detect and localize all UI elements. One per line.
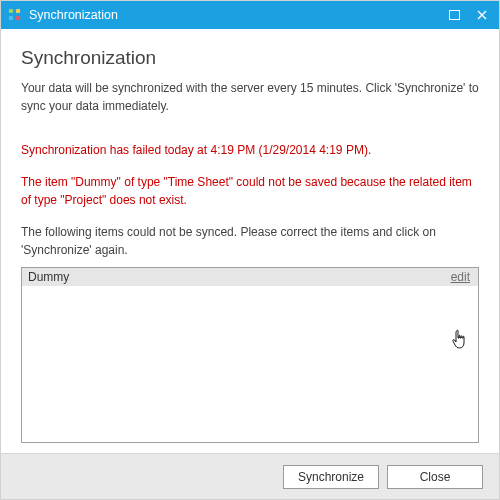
svg-rect-1 <box>16 9 21 14</box>
failed-items-list[interactable]: Dummy edit <box>21 267 479 443</box>
edit-link[interactable]: edit <box>451 270 470 284</box>
svg-rect-3 <box>16 16 21 21</box>
title-bar: Synchronization <box>1 1 499 29</box>
dialog-footer: Synchronize Close <box>1 453 499 499</box>
close-icon[interactable] <box>475 8 489 22</box>
close-button[interactable]: Close <box>387 465 483 489</box>
app-logo-icon <box>7 7 23 23</box>
error-detail: The item "Dummy" of type "Time Sheet" co… <box>21 173 479 209</box>
page-description: Your data will be synchronized with the … <box>21 79 479 115</box>
page-title: Synchronization <box>21 47 479 69</box>
content-area: Synchronization Your data will be synchr… <box>1 29 499 499</box>
svg-rect-2 <box>9 16 14 21</box>
dialog-body: Synchronization Your data will be synchr… <box>1 29 499 453</box>
synchronize-button[interactable]: Synchronize <box>283 465 379 489</box>
sync-instruction: The following items could not be synced.… <box>21 223 479 259</box>
error-time: Synchronization has failed today at 4:19… <box>21 141 479 159</box>
maximize-icon[interactable] <box>447 8 461 22</box>
svg-rect-4 <box>449 11 459 20</box>
window-controls <box>447 8 499 22</box>
svg-rect-0 <box>9 9 14 14</box>
dialog-window: Synchronization Synchronization Your dat… <box>0 0 500 500</box>
list-item[interactable]: Dummy edit <box>22 268 478 286</box>
list-item-name: Dummy <box>28 270 451 284</box>
window-title: Synchronization <box>29 8 447 22</box>
